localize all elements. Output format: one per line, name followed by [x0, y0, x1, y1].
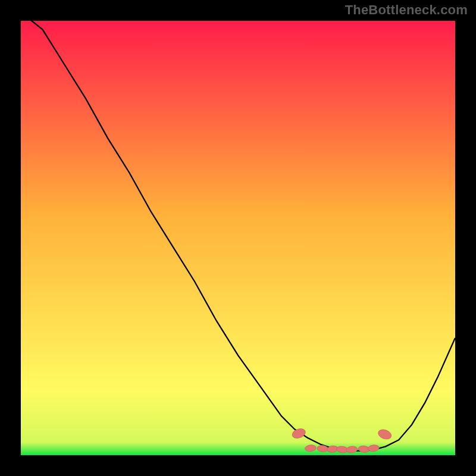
curve-chart — [21, 21, 455, 455]
plot-area — [21, 21, 455, 455]
chart-frame: TheBottleneck.com — [0, 0, 476, 476]
gradient-background — [21, 21, 455, 455]
watermark-text: TheBottleneck.com — [345, 2, 468, 18]
